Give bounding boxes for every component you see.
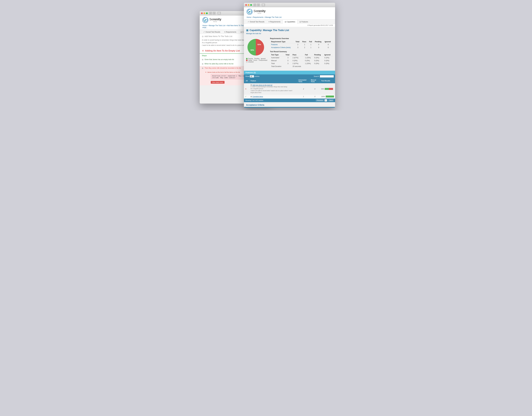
features-section-header: Features (2) <box>244 71 335 75</box>
req-acceptance[interactable]: Acceptance Criteria (tests) <box>270 46 294 49</box>
features-table: ↕ ID Feature Automated Tests Manual Test… <box>244 78 335 99</box>
view-stack-trace-button[interactable]: View stack trace <box>211 81 224 84</box>
browser-content-front: Serenity BDD Home > Requirements > Manag… <box>244 7 335 108</box>
minimize-button-front[interactable] <box>248 4 249 6</box>
serenity-logo-front: Serenity BDD <box>244 7 335 16</box>
tab-overall-back[interactable]: ✓ Overall Test Results <box>201 30 222 34</box>
tab-button[interactable]: ⬜ <box>217 12 221 15</box>
svg-point-1 <box>205 19 206 20</box>
feature-row-2: ✓ ◎ Complete items 1 0 100% <box>244 95 335 99</box>
result-bar-2 <box>326 95 334 97</box>
logo-text-front: Serenity BDD <box>253 9 266 14</box>
back-button[interactable]: ‹ <box>209 12 212 15</box>
col-manual-tests: Manual Tests <box>310 78 320 83</box>
test-summary-title: Test Result Summary <box>270 51 333 53</box>
bc-current: Manage The Todo List <box>265 16 281 18</box>
col-test-results: Test Results <box>320 78 335 83</box>
step-text-4: James looks at the text of all the items… <box>207 71 240 73</box>
acceptance-title: Acceptance Criteria <box>244 102 335 107</box>
status-icon-pass: ✓ <box>245 95 247 98</box>
capability-subtitle: Manage the todo list <box>244 32 335 36</box>
tab-overall-front[interactable]: ✓ Overall Test Results <box>246 19 266 24</box>
logo-name-front: Serenity <box>253 9 266 13</box>
titlebar-front: ‹ › ⬜ <box>244 3 335 7</box>
table-row: Features 2 1 1 0 0 <box>270 43 333 46</box>
error-bullet: ✕ <box>205 71 206 73</box>
tab-requirements-front[interactable]: ≡ Requirements <box>266 19 282 24</box>
serenity-logo-icon-front <box>247 9 252 15</box>
feature-link-2[interactable]: Complete items <box>252 96 263 97</box>
scenario-title: Adding An Item To An Empty List <box>205 50 240 52</box>
close-button-front[interactable] <box>245 4 247 6</box>
capability-title-text: Capability: Manage The Todo List <box>250 29 289 32</box>
svg-text:50%: 50% <box>251 49 254 51</box>
entries-label: entries <box>254 76 260 77</box>
legend-failing: Failing Errors Compromised <box>246 59 267 61</box>
features-next-button[interactable]: Next <box>328 99 334 102</box>
capability-title: ▣ Capability: Manage The Todo List <box>244 27 335 32</box>
col-total: Total <box>294 40 301 43</box>
pie-chart-container: 50% 50% Passing Pending Ignored Failing <box>246 38 267 68</box>
features-prev-button[interactable]: Previous <box>316 99 324 102</box>
forward-button-front[interactable]: › <box>257 3 260 7</box>
maximize-button-front[interactable] <box>250 4 252 6</box>
overall-icon-back: ✓ <box>203 31 205 33</box>
tab-button-front[interactable]: ⬜ <box>261 3 265 7</box>
search-label-features: Search: <box>314 76 319 77</box>
tab-features-front[interactable]: ◎ Features <box>297 19 310 24</box>
svg-point-3 <box>249 11 250 12</box>
logo-text-back: Serenity BDD <box>209 18 221 22</box>
show-entries-input-features[interactable] <box>250 75 254 77</box>
close-button[interactable] <box>201 12 203 14</box>
expand-icon-1[interactable]: ⊞ <box>202 58 203 61</box>
show-label: Show <box>245 76 249 77</box>
nav-buttons-back: ‹ › <box>209 12 216 15</box>
report-date: Report generated 08-02-2017 14:59 <box>309 24 333 26</box>
svg-text:50%: 50% <box>257 44 261 46</box>
expand-icon-3[interactable]: ⊞ <box>202 67 203 69</box>
req-overview-title: Requirements Overview <box>270 38 333 39</box>
test-summary-table: Test Type Total Pass Fail Pending Ignore… <box>270 53 333 68</box>
logo-name-back: Serenity <box>209 18 221 21</box>
step-text-3: Then Buy some milk should be recorded in… <box>204 67 241 69</box>
overview-section: 50% 50% Passing Pending Ignored Failing <box>244 36 335 69</box>
table-row: Total Duration 20 seconds <box>270 65 333 68</box>
minimize-button[interactable] <box>203 12 205 14</box>
col-auto-tests: Automated Tests <box>297 78 310 83</box>
feature-link-1[interactable]: Add new items to the todo list <box>252 84 272 86</box>
expand-icon-2[interactable]: ⊞ <box>202 63 203 65</box>
nav-buttons-front: ‹ › <box>253 3 260 7</box>
step-text-1: Given that James has an empty todo list <box>204 58 234 60</box>
table-row: Total 3 2 (67%) 1 (33%) 0 (0%) 0 (0%) <box>270 62 333 65</box>
serenity-logo-icon-back <box>203 17 208 23</box>
tab-requirements-back[interactable]: ≡ Requirements <box>222 30 238 34</box>
maximize-button[interactable] <box>206 12 208 14</box>
col-ignored: Ignored <box>324 40 333 43</box>
bc-home[interactable]: Home <box>247 16 251 18</box>
pie-legend: Passing Pending Ignored Failing Errors C… <box>246 58 267 63</box>
forward-button[interactable]: › <box>213 12 216 15</box>
logo-bdd-back: BDD <box>209 21 221 22</box>
search-input-features[interactable] <box>320 75 334 77</box>
req-icon-back: ≡ <box>224 31 225 33</box>
bc-requirements[interactable]: Requirements <box>253 16 263 18</box>
feature-row-1: ✕ ◎ Add new items to the todo list In or… <box>244 83 335 95</box>
legend-passing: Passing Pending Ignored <box>246 58 267 59</box>
traffic-lights-back <box>201 12 208 14</box>
col-pending: Pending <box>314 40 323 43</box>
col-req-type: Requirement Type <box>270 40 294 43</box>
error-icon: ✕ <box>202 49 204 52</box>
breadcrumb-front: Home > Requirements > Manage The Todo Li… <box>244 16 335 19</box>
features-table-footer: Showing 1 to 2 of 2 entries Previous 1 N… <box>244 99 335 102</box>
browser-window-front: ‹ › ⬜ Serenity BDD Home <box>244 3 335 108</box>
status-icon-fail: ✕ <box>245 88 247 90</box>
col-id: ↕ ID <box>244 78 249 83</box>
tab-capabilities-front[interactable]: ◎ Capabilities <box>283 19 297 24</box>
table-row: Automated 3 2 (67%) 1 (33%) 0 (0%) 0 (0%… <box>270 56 333 59</box>
result-bar-1 <box>325 88 333 90</box>
step-text-2: When he adds Buy some milk to his list <box>204 63 233 65</box>
back-button-front[interactable]: ‹ <box>253 3 256 7</box>
overview-tables: Requirements Overview Requirement Type T… <box>270 38 333 68</box>
features-showing: Showing 1 to 2 of 2 entries <box>245 100 263 101</box>
req-features[interactable]: Features <box>270 43 294 46</box>
